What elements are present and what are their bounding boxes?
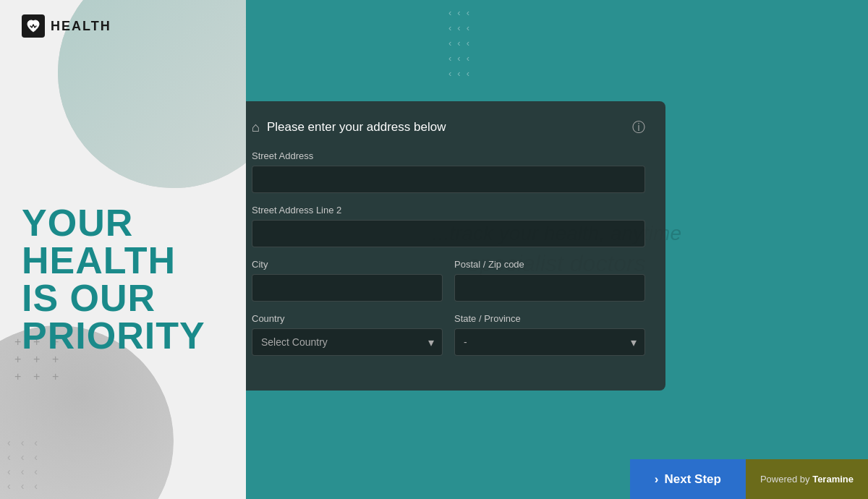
postal-input[interactable]	[454, 274, 645, 302]
city-input[interactable]	[252, 274, 443, 302]
street-address-group: Street Address	[252, 150, 645, 193]
hero-line1: YOUR HEALTH IS OUR PRIORITY	[22, 204, 205, 354]
chevron-row-1: ‹ ‹ ‹	[7, 437, 38, 448]
street-address2-input[interactable]	[252, 220, 645, 247]
hero-text: YOUR HEALTH IS OUR PRIORITY	[22, 204, 205, 354]
postal-label: Postal / Zip code	[454, 259, 645, 270]
street-address2-group: Street Address Line 2	[252, 205, 645, 247]
form-header: ⌂ Please enter your address below ⓘ	[252, 119, 645, 136]
logo-icon	[22, 14, 45, 38]
address-form-modal: ⌂ Please enter your address below ⓘ Stre…	[246, 101, 665, 391]
chevron-row-2: ‹ ‹ ‹	[7, 451, 38, 463]
powered-text: Powered by	[760, 474, 810, 485]
brand-name: Teramine	[812, 474, 854, 485]
country-label: Country	[252, 313, 443, 324]
footer-bar: › Next Step Powered by Teramine	[246, 459, 868, 499]
country-select[interactable]: Select Country	[252, 328, 443, 356]
state-label: State / Province	[454, 313, 645, 324]
left-panel: HEALTH YOUR HEALTH IS OUR PRIORITY + + +…	[0, 0, 246, 499]
chevron-row-3: ‹ ‹ ‹	[7, 466, 38, 477]
state-group: State / Province -	[454, 313, 645, 356]
form-title: Please enter your address below	[267, 120, 446, 135]
street-address2-label: Street Address Line 2	[252, 205, 645, 216]
state-select-wrapper: -	[454, 328, 645, 356]
country-select-wrapper: Select Country	[252, 328, 443, 356]
city-postal-row: City Postal / Zip code	[252, 259, 645, 313]
street-address-label: Street Address	[252, 150, 645, 161]
next-arrow: ›	[655, 472, 659, 487]
logo: HEALTH	[22, 14, 111, 38]
state-select[interactable]: -	[454, 328, 645, 356]
form-header-left: ⌂ Please enter your address below	[252, 120, 446, 135]
country-state-row: Country Select Country State / Province …	[252, 313, 645, 367]
powered-by-badge: Powered by Teramine	[746, 459, 868, 499]
country-group: Country Select Country	[252, 313, 443, 356]
next-step-label: Next Step	[665, 472, 721, 487]
next-step-button[interactable]: › Next Step	[630, 459, 746, 499]
home-icon: ⌂	[252, 120, 260, 135]
right-panel: ‹ ‹ ‹ ‹ ‹ ‹ ‹ ‹ ‹ ‹ ‹ ‹ ‹ ‹ ‹ ...track y…	[246, 0, 868, 499]
chevron-row-4: ‹ ‹ ‹	[7, 480, 38, 492]
city-group: City	[252, 259, 443, 302]
bottom-chevrons: ‹ ‹ ‹ ‹ ‹ ‹ ‹ ‹ ‹ ‹ ‹ ‹	[0, 412, 246, 499]
postal-group: Postal / Zip code	[454, 259, 645, 302]
info-icon[interactable]: ⓘ	[632, 119, 645, 136]
logo-text: HEALTH	[51, 19, 111, 34]
city-label: City	[252, 259, 443, 270]
street-address-input[interactable]	[252, 166, 645, 193]
top-chevrons: ‹ ‹ ‹ ‹ ‹ ‹ ‹ ‹ ‹ ‹ ‹ ‹ ‹ ‹ ‹	[448, 0, 469, 86]
